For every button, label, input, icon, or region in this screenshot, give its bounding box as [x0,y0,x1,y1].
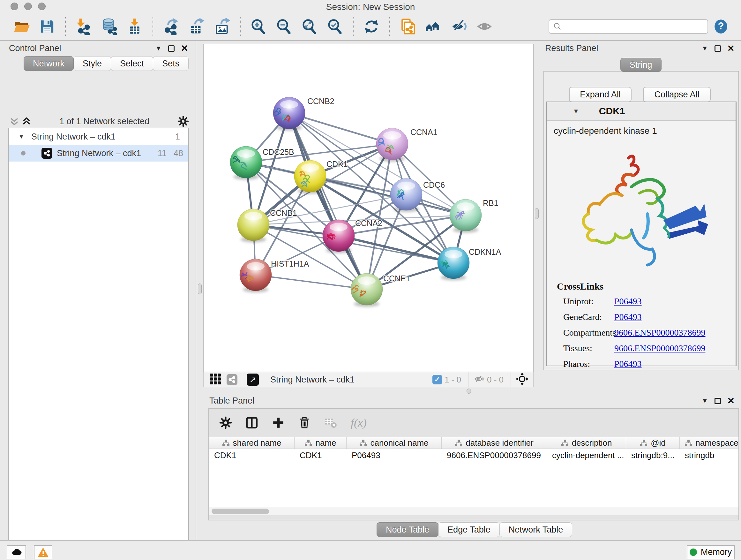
export-network-icon[interactable] [162,17,180,36]
expand-all-networks-icon[interactable] [22,117,31,126]
network-node-CDC6[interactable] [390,179,422,212]
table-cell[interactable]: stringdb [680,449,739,462]
network-node-CCNB1[interactable] [238,209,269,242]
tab-network[interactable]: Network [23,56,74,71]
vertical-splitter-grip[interactable] [535,208,539,219]
panel-menu-icon[interactable]: ▼ [155,45,162,52]
close-panel-icon[interactable]: ✕ [727,398,735,404]
network-status-dot [21,151,25,155]
show-hide-graphics-details-icon[interactable] [424,17,443,36]
search-box[interactable] [549,19,708,34]
zoom-in-icon[interactable] [249,17,268,36]
network-graph[interactable]: CCNB2CCNA1CDC25BCDK1CDC6RB1CCNB1CCNA2CDK… [204,44,533,372]
apply-preferred-layout-icon[interactable] [362,17,381,36]
import-network-from-database-icon[interactable] [100,17,118,36]
network-edge-CCNB2-CCNA1[interactable] [289,113,392,144]
network-node-CCNE1[interactable] [351,273,383,307]
network-canvas[interactable]: CCNB2CCNA1CDC25BCDK1CDC6RB1CCNB1CCNA2CDK… [203,44,534,372]
network-row[interactable]: String Network – cdk1 11 48 [9,145,188,162]
vertical-splitter-grip[interactable] [198,284,202,294]
table-cell[interactable]: P06493 [347,449,442,462]
horizontal-scrollbar[interactable] [209,507,738,515]
network-collection-row[interactable]: ▼ String Network – cdk1 1 [9,128,188,145]
table-cell[interactable]: cyclin-dependent ... [547,449,626,462]
clone-network-icon[interactable] [399,17,417,36]
import-network-from-file-icon[interactable] [74,17,93,36]
table-cell[interactable]: CDK1 [209,449,294,462]
search-input[interactable] [562,22,704,32]
gene-expander-icon[interactable]: ▼ [573,108,579,115]
import-table-from-file-icon[interactable] [125,17,144,36]
close-panel-icon[interactable]: ✕ [727,45,735,52]
network-options-gear-icon[interactable] [178,116,189,127]
crosslink-link[interactable]: 9606.ENSP00000378699 [614,343,705,354]
column-header-description[interactable]: description [547,437,626,449]
memory-button[interactable]: Memory [687,545,735,559]
table-cell[interactable]: stringdb:9... [626,449,680,462]
tab-node-table[interactable]: Node Table [377,522,439,537]
network-node-CDK1[interactable] [294,160,326,194]
gene-header[interactable]: ▼ CDK1 [547,102,736,121]
node-position-icon[interactable] [515,372,529,387]
column-header-name[interactable]: name [294,437,347,449]
application-window: Session: New Session [0,0,741,560]
float-panel-icon[interactable] [715,398,721,404]
network-node-CCNA1[interactable] [376,128,408,162]
tab-string[interactable]: String [620,58,662,72]
zoom-out-icon[interactable] [275,17,293,36]
network-edge-CCNA2-CDKN1A[interactable] [339,236,454,263]
crosslink-link[interactable]: P06493 [614,359,642,369]
add-column-icon[interactable] [272,416,285,429]
panel-menu-icon[interactable]: ▼ [702,45,708,52]
birds-eye-view-icon[interactable] [209,373,221,386]
panel-menu-icon[interactable]: ▼ [702,397,708,405]
crosslink-link[interactable]: P06493 [614,312,642,322]
expand-all-button[interactable]: Expand All [569,87,631,102]
crosslink-link[interactable]: 9606.ENSP00000378699 [614,327,705,338]
network-node-CDKN1A[interactable] [437,247,469,280]
horizontal-splitter-grip[interactable] [467,388,471,394]
close-panel-icon[interactable]: ✕ [181,45,188,52]
column-header-namespace[interactable]: namespace [680,437,739,449]
open-session-icon[interactable] [12,17,31,36]
tab-style[interactable]: Style [73,56,111,71]
scrollbar-thumb[interactable] [212,509,269,514]
toggle-columns-icon[interactable] [245,416,259,430]
table-cell[interactable]: CDK1 [294,449,347,462]
crosslink-link[interactable]: P06493 [614,296,642,307]
column-type-icon [684,439,692,447]
save-session-icon[interactable] [38,17,57,36]
column-header--id[interactable]: @id [626,437,680,449]
help-icon[interactable]: ? [712,17,730,36]
cloud-button[interactable] [7,545,26,559]
collapse-all-networks-icon[interactable] [10,117,19,126]
table-row[interactable]: CDK1CDK1P064939606.ENSP00000378699cyclin… [209,449,738,462]
table-cell[interactable]: 9606.ENSP00000378699 [442,449,547,462]
warnings-button[interactable] [34,545,52,559]
tab-network-table[interactable]: Network Table [499,522,572,537]
float-panel-icon[interactable] [168,45,175,52]
float-panel-icon[interactable] [715,45,721,52]
column-header-canonical-name[interactable]: canonical name [347,437,442,449]
delete-columns-icon[interactable] [298,416,311,429]
network-node-RB1[interactable] [450,199,482,233]
export-image-icon[interactable] [213,17,231,36]
network-node-HIST1H1A[interactable] [240,259,272,293]
collapse-all-button[interactable]: Collapse All [643,87,711,102]
crosslink-label: Uniprot: [563,296,614,307]
zoom-fit-content-icon[interactable] [300,17,319,36]
selected-checkbox-icon[interactable]: ✓ [432,375,442,384]
column-header-shared-name[interactable]: shared name [209,437,294,449]
column-header-database-identifier[interactable]: database identifier [442,437,547,449]
table-options-gear-icon[interactable] [219,416,232,429]
export-table-icon[interactable] [187,17,206,36]
tab-edge-table[interactable]: Edge Table [438,522,500,537]
tab-sets[interactable]: Sets [153,56,189,71]
tab-select[interactable]: Select [111,56,153,71]
zoom-selected-region-icon[interactable] [326,17,344,36]
fit-window-icon[interactable]: ↗ [247,374,259,386]
network-badge-icon[interactable] [226,374,238,385]
network-edge-HIST1H1A-CCNE1[interactable] [256,275,367,289]
hide-selected-icon[interactable] [450,17,468,36]
collection-expander-icon[interactable]: ▼ [18,133,24,140]
